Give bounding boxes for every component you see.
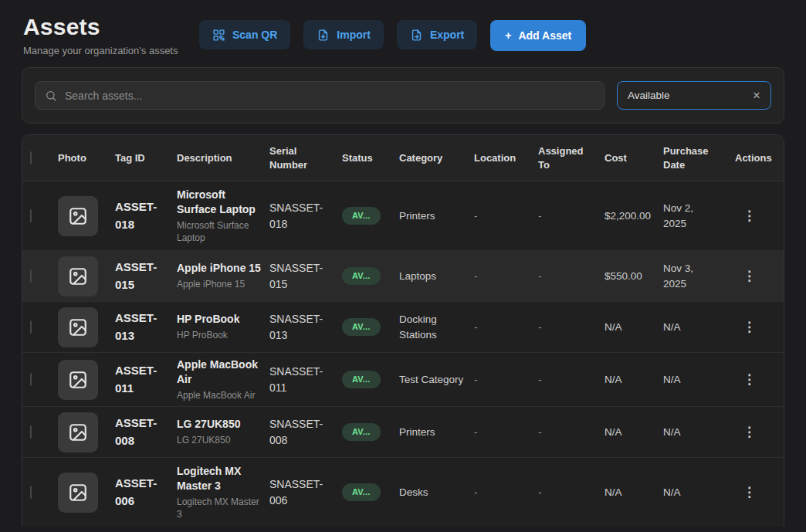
table-row: ASSET-018 Microsoft Surface Laptop Micro… <box>22 181 784 251</box>
status-badge: AV... <box>342 483 381 502</box>
status-badge: AV... <box>342 318 381 337</box>
export-button[interactable]: Export <box>397 20 477 49</box>
asset-category: Docking Stations <box>399 312 474 342</box>
page-header: Assets Manage your organization's assets… <box>22 14 784 56</box>
more-vertical-icon: ⋮ <box>743 320 756 334</box>
asset-tag-id: ASSET-008 <box>115 415 166 449</box>
asset-serial: SNASSET-008 <box>269 416 325 449</box>
row-actions-button[interactable]: ⋮ <box>735 481 764 503</box>
status-badge: AV... <box>342 267 381 286</box>
asset-location: - <box>474 485 538 500</box>
asset-description-title: Microsoft Surface Laptop <box>177 188 262 217</box>
table-row: ASSET-006 Logitech MX Master 3 Logitech … <box>22 458 784 527</box>
asset-cost: $2,200.00 <box>604 208 663 224</box>
select-all-checkbox[interactable] <box>30 151 32 164</box>
asset-purchase-date: N/A <box>663 372 711 388</box>
search-icon <box>45 90 57 102</box>
row-actions-button[interactable]: ⋮ <box>735 265 764 287</box>
row-checkbox[interactable] <box>30 373 32 386</box>
asset-description-sub: HP ProBook <box>177 329 262 341</box>
search-filter-card: Available × <box>22 67 784 124</box>
row-actions-button[interactable]: ⋮ <box>735 316 764 338</box>
asset-assigned-to: - <box>538 372 604 388</box>
clear-filter-icon[interactable]: × <box>753 89 760 102</box>
asset-description-sub: LG 27UK850 <box>177 434 262 446</box>
status-filter-chip[interactable]: Available × <box>617 81 771 110</box>
photo-placeholder <box>58 473 98 513</box>
column-header-purchase-date: Purchase Date <box>663 144 735 171</box>
column-header-description: Description <box>177 151 269 165</box>
column-header-status: Status <box>342 151 399 165</box>
asset-location: - <box>474 269 538 284</box>
row-actions-button[interactable]: ⋮ <box>735 421 764 443</box>
row-actions-button[interactable]: ⋮ <box>735 205 764 227</box>
row-checkbox[interactable] <box>30 320 32 334</box>
asset-cost: N/A <box>604 372 663 388</box>
asset-cost: N/A <box>604 485 663 500</box>
scan-qr-label: Scan QR <box>232 29 277 41</box>
more-vertical-icon: ⋮ <box>743 269 756 283</box>
asset-tag-id: ASSET-011 <box>115 362 166 397</box>
asset-assigned-to: - <box>538 425 604 440</box>
more-vertical-icon: ⋮ <box>743 485 756 500</box>
row-checkbox[interactable] <box>30 486 32 499</box>
asset-assigned-to: - <box>538 485 604 500</box>
asset-purchase-date: Nov 3, 2025 <box>663 261 711 291</box>
assets-table: Photo Tag ID Description Serial Number S… <box>22 134 784 527</box>
asset-description-title: Apple iPhone 15 <box>177 261 262 276</box>
assets-page: Assets Manage your organization's assets… <box>0 0 806 527</box>
import-button[interactable]: Import <box>303 20 384 49</box>
asset-description-sub: Apple MacBook Air <box>177 389 262 402</box>
asset-category: Laptops <box>399 269 474 284</box>
asset-serial: SNASSET-013 <box>269 311 325 344</box>
toolbar: Scan QR Import <box>199 20 586 51</box>
asset-serial: SNASSET-015 <box>269 260 325 293</box>
plus-icon: + <box>505 29 511 42</box>
import-label: Import <box>337 29 371 41</box>
export-icon <box>410 29 423 42</box>
row-checkbox[interactable] <box>30 269 32 283</box>
asset-cost: N/A <box>604 320 663 335</box>
row-actions-button[interactable]: ⋮ <box>735 368 764 391</box>
table-row: ASSET-011 Apple MacBook Air Apple MacBoo… <box>22 353 784 407</box>
more-vertical-icon: ⋮ <box>743 425 756 439</box>
asset-assigned-to: - <box>538 320 604 335</box>
column-header-photo: Photo <box>58 151 115 165</box>
table-header-row: Photo Tag ID Description Serial Number S… <box>22 135 784 181</box>
add-asset-button[interactable]: + Add Asset <box>490 20 586 51</box>
asset-description-title: Apple MacBook Air <box>177 357 262 387</box>
asset-location: - <box>474 320 538 335</box>
asset-description-sub: Logitech MX Master 3 <box>177 496 262 520</box>
asset-location: - <box>474 372 538 388</box>
asset-tag-id: ASSET-006 <box>115 475 166 510</box>
photo-placeholder <box>58 256 98 296</box>
asset-purchase-date: N/A <box>663 320 711 335</box>
column-header-tag-id: Tag ID <box>115 151 177 165</box>
asset-purchase-date: Nov 2, 2025 <box>663 201 711 231</box>
row-checkbox[interactable] <box>30 209 32 222</box>
photo-placeholder <box>58 360 98 400</box>
image-icon <box>68 370 88 390</box>
column-header-cost: Cost <box>604 151 663 165</box>
asset-purchase-date: N/A <box>663 425 711 440</box>
status-filter-value: Available <box>628 90 670 101</box>
column-header-category: Category <box>399 151 474 165</box>
asset-serial: SNASSET-006 <box>269 476 325 509</box>
search-box <box>35 81 604 110</box>
asset-serial: SNASSET-011 <box>269 364 325 396</box>
asset-location: - <box>474 425 538 440</box>
search-input[interactable] <box>65 90 594 102</box>
more-vertical-icon: ⋮ <box>743 208 756 223</box>
image-icon <box>68 266 88 286</box>
scan-qr-button[interactable]: Scan QR <box>199 20 290 49</box>
asset-description-sub: Microsoft Surface Laptop <box>177 219 262 244</box>
column-header-assigned-to: Assigned To <box>538 144 604 171</box>
asset-description-title: LG 27UK850 <box>177 417 262 432</box>
page-title: Assets <box>23 14 199 40</box>
row-checkbox[interactable] <box>30 425 32 439</box>
asset-serial: SNASSET-018 <box>269 200 325 232</box>
asset-category: Printers <box>399 208 474 224</box>
asset-category: Desks <box>399 485 474 500</box>
export-label: Export <box>430 29 464 41</box>
column-header-serial-number: Serial Number <box>269 144 342 171</box>
